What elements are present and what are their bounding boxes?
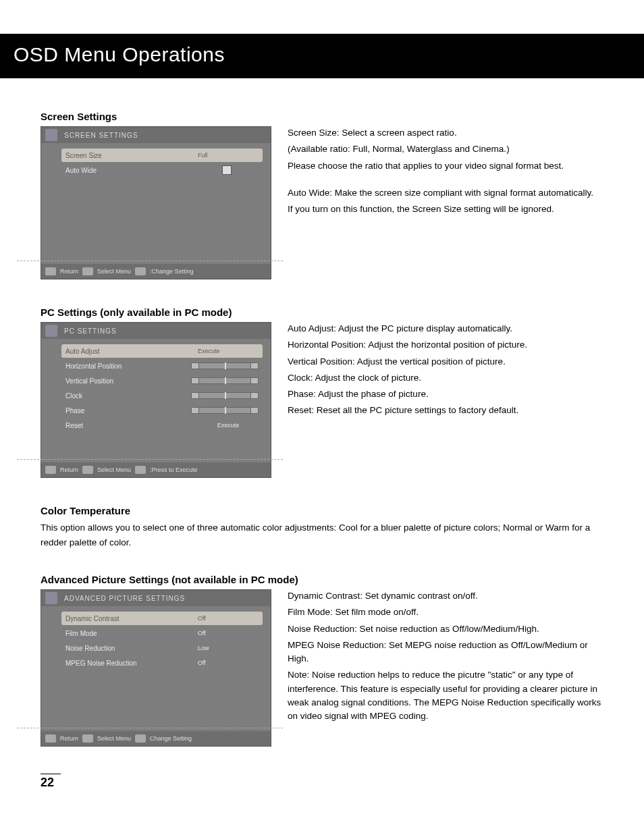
footer-change: :Press to Execute bbox=[150, 466, 198, 473]
desc-line: Dynamic Contrast: Set dynamic contrast o… bbox=[288, 589, 603, 603]
osd-header: PC SETTINGS bbox=[41, 323, 271, 339]
desc-line: Horizontal Position: Adjust the horizont… bbox=[288, 338, 603, 352]
color-temp-heading: Color Temperature bbox=[41, 505, 603, 516]
change-icon bbox=[135, 267, 146, 275]
desc-line: (Available ratio: Full, Normal, Watergla… bbox=[288, 142, 603, 156]
screen-settings-heading: Screen Settings bbox=[41, 111, 603, 122]
footer-select: Select Menu bbox=[97, 268, 131, 275]
slider-icon[interactable] bbox=[191, 362, 259, 369]
select-icon bbox=[82, 734, 93, 743]
footer-return: Return bbox=[60, 268, 78, 275]
checkbox-icon[interactable] bbox=[222, 165, 232, 175]
osd-item-phase[interactable]: Phase bbox=[65, 404, 259, 417]
osd-item-dynamic-contrast[interactable]: Dynamic Contrast Off bbox=[61, 612, 263, 625]
osd-item-label: Screen Size bbox=[65, 152, 198, 159]
osd-item-film-mode[interactable]: Film Mode Off bbox=[65, 626, 259, 640]
footer-return: Return bbox=[60, 466, 78, 473]
osd-item-hpos[interactable]: Horizontal Position bbox=[65, 359, 259, 373]
osd-logo-icon bbox=[45, 129, 57, 141]
osd-item-label: Clock bbox=[65, 392, 191, 400]
return-icon bbox=[45, 734, 56, 743]
desc-line: Noise Reduction: Set noise reduction as … bbox=[288, 622, 603, 636]
osd-item-auto-adjust[interactable]: Auto Adjust Execute bbox=[61, 344, 263, 358]
desc-line: Note: Noise reduction helps to reduce th… bbox=[288, 668, 603, 723]
osd-item-vpos[interactable]: Vertical Position bbox=[65, 374, 259, 387]
advanced-osd: ADVANCED PICTURE SETTINGS Dynamic Contra… bbox=[41, 589, 271, 747]
screen-settings-description: Screen Size: Select a screen aspect rati… bbox=[288, 126, 603, 279]
osd-header-text: SCREEN SETTINGS bbox=[64, 132, 138, 139]
osd-header: ADVANCED PICTURE SETTINGS bbox=[41, 590, 271, 606]
osd-header: SCREEN SETTINGS bbox=[41, 127, 271, 143]
advanced-description: Dynamic Contrast: Set dynamic contrast o… bbox=[288, 589, 603, 747]
desc-line: Phase: Adjust the phase of picture. bbox=[288, 387, 603, 401]
slider-icon[interactable] bbox=[191, 377, 259, 384]
page-title-bar: OSD Menu Operations bbox=[0, 34, 644, 78]
osd-item-mpeg-noise[interactable]: MPEG Noise Reduction Off bbox=[65, 656, 259, 670]
change-icon bbox=[135, 466, 146, 474]
select-icon bbox=[82, 466, 93, 474]
select-icon bbox=[82, 267, 93, 275]
pc-settings-description: Auto Adjust: Adjust the PC picture displ… bbox=[288, 322, 603, 478]
pc-settings-osd: PC SETTINGS Auto Adjust Execute Horizont… bbox=[41, 322, 271, 478]
osd-item-label: Dynamic Contrast bbox=[65, 615, 198, 622]
desc-line: Screen Size: Select a screen aspect rati… bbox=[288, 126, 603, 140]
osd-logo-icon bbox=[45, 325, 57, 337]
desc-line: Vertical Position: Adjust the vertical p… bbox=[288, 355, 603, 369]
desc-line: If you turn on this function, the Screen… bbox=[288, 203, 603, 216]
osd-item-clock[interactable]: Clock bbox=[65, 389, 259, 402]
osd-header-text: ADVANCED PICTURE SETTINGS bbox=[64, 595, 185, 602]
osd-item-label: Phase bbox=[65, 407, 191, 414]
osd-footer: Return Select Menu Change Setting bbox=[41, 731, 271, 746]
osd-item-label: Film Mode bbox=[65, 630, 198, 637]
pc-settings-heading: PC Settings (only available in PC mode) bbox=[41, 306, 603, 318]
osd-item-value: Off bbox=[198, 630, 259, 637]
osd-item-label: Noise Reduction bbox=[65, 645, 198, 652]
osd-header-text: PC SETTINGS bbox=[64, 327, 117, 335]
osd-item-label: Vertical Position bbox=[65, 377, 191, 385]
footer-select: Select Menu bbox=[97, 735, 131, 742]
page-title: OSD Menu Operations bbox=[14, 43, 225, 65]
footer-change: :Change Setting bbox=[150, 268, 194, 275]
change-icon bbox=[135, 734, 146, 743]
advanced-heading: Advanced Picture Settings (not available… bbox=[41, 574, 603, 585]
footer-change: Change Setting bbox=[150, 735, 192, 742]
osd-item-value: Execute bbox=[198, 422, 259, 429]
desc-line: Reset: Reset all the PC picture settings… bbox=[288, 404, 603, 417]
osd-item-noise-reduction[interactable]: Noise Reduction Low bbox=[65, 641, 259, 655]
osd-item-label: Reset bbox=[65, 422, 198, 429]
return-icon bbox=[45, 267, 56, 275]
return-icon bbox=[45, 466, 56, 474]
osd-item-value: Off bbox=[198, 615, 259, 622]
color-temp-body: This option allows you to select one of … bbox=[41, 520, 603, 549]
slider-icon[interactable] bbox=[191, 407, 259, 414]
osd-item-label: Horizontal Position bbox=[65, 362, 191, 370]
osd-item-reset[interactable]: Reset Execute bbox=[65, 419, 259, 432]
screen-settings-osd: SCREEN SETTINGS Screen Size Full Auto Wi… bbox=[41, 126, 271, 279]
osd-logo-icon bbox=[45, 592, 57, 604]
desc-line: MPEG Noise Reduction: Set MEPG noise red… bbox=[288, 639, 603, 666]
page-number: 22 bbox=[41, 774, 61, 790]
osd-footer: Return Select Menu :Press to Execute bbox=[41, 462, 271, 477]
osd-item-auto-wide[interactable]: Auto Wide bbox=[65, 163, 259, 177]
desc-line: Auto Adjust: Adjust the PC picture displ… bbox=[288, 322, 603, 335]
desc-line: Film Mode: Set film mode on/off. bbox=[288, 606, 603, 619]
osd-item-label: Auto Wide bbox=[65, 167, 222, 174]
footer-return: Return bbox=[60, 735, 78, 742]
footer-select: Select Menu bbox=[97, 466, 131, 473]
osd-item-screen-size[interactable]: Screen Size Full bbox=[61, 149, 263, 162]
osd-item-value: Full bbox=[198, 152, 259, 159]
desc-line: Auto Wide: Make the screen size complian… bbox=[288, 186, 603, 200]
osd-item-label: MPEG Noise Reduction bbox=[65, 660, 198, 667]
desc-line: Clock: Adjust the clock of picture. bbox=[288, 371, 603, 385]
osd-item-value: Execute bbox=[198, 348, 259, 354]
osd-footer: Return Select Menu :Change Setting bbox=[41, 264, 271, 279]
osd-item-value: Off bbox=[198, 660, 259, 666]
desc-line: Please choose the ratio that applies to … bbox=[288, 159, 603, 173]
slider-icon[interactable] bbox=[191, 392, 259, 399]
osd-item-value: Low bbox=[198, 645, 259, 651]
osd-item-label: Auto Adjust bbox=[65, 348, 198, 355]
